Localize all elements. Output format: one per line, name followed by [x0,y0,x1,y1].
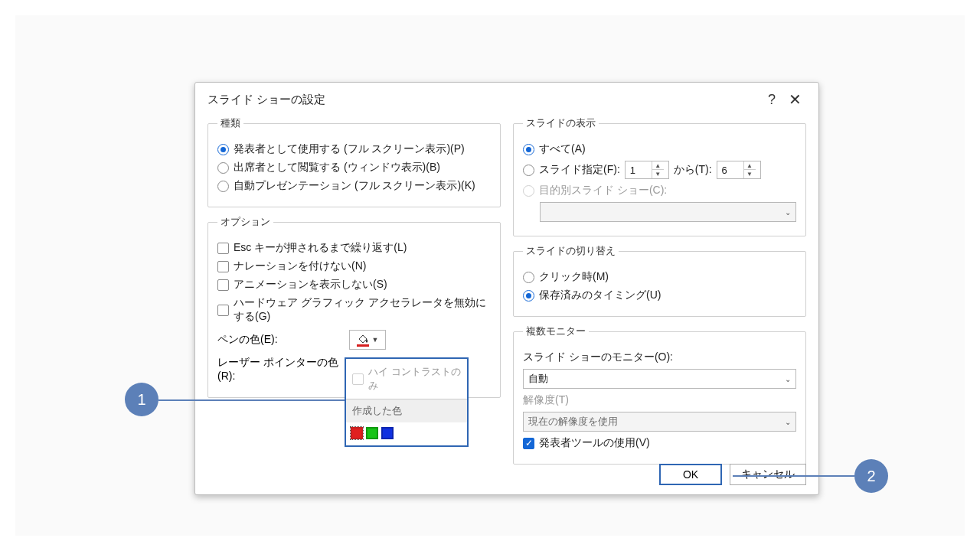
checkbox-icon [523,438,534,449]
custom-show-select: ⌄ [540,202,796,222]
checkbox-label: アニメーションを表示しない(S) [234,278,387,292]
radio-label: 発表者として使用する (フル スクリーン表示)(P) [234,142,465,156]
monitor-label: スライド ショーのモニター(O): [523,350,673,364]
callout-badge-1: 1 [125,383,158,416]
chevron-down-icon: ⌄ [785,418,791,426]
radio-slide-range[interactable]: スライド指定(F): 1 ▲▼ から(T): 6 ▲▼ [523,161,796,179]
monitor-group: 複数モニター スライド ショーのモニター(O): 自動 ⌄ 解像度(T) 現在の… [513,324,806,465]
callout-badge-2: 2 [854,459,888,493]
checkbox-animation[interactable]: アニメーションを表示しない(S) [217,278,491,292]
to-label: から(T): [674,163,712,177]
paint-bucket-icon [357,333,369,344]
laser-color-label: レーザー ポインターの色(R): [217,356,340,382]
options-legend: オプション [217,215,273,229]
checkbox-narration[interactable]: ナレーションを付けない(N) [217,259,491,273]
swatch-red[interactable] [351,427,363,439]
dialog-title: スライド ショーの設定 [207,93,325,107]
close-icon[interactable]: ✕ [783,90,806,109]
cancel-button[interactable]: キャンセル [730,464,806,485]
help-icon[interactable]: ? [760,92,783,108]
show-slides-group: スライドの表示 すべて(A) スライド指定(F): 1 ▲▼ から(T): [513,116,806,236]
swatch-blue[interactable] [381,427,394,439]
spinner-up-icon[interactable]: ▲ [743,161,756,170]
radio-custom-show: 目的別スライド ショー(C): [523,184,796,197]
checkbox-icon [217,261,229,272]
radio-icon [523,290,534,302]
laser-color-popover: ハイ コントラストのみ 作成した色 [345,357,469,447]
checkbox-icon [217,243,229,254]
resolution-label: 解像度(T) [523,393,569,407]
radio-manual[interactable]: クリック時(M) [523,270,796,284]
chevron-down-icon: ⌄ [785,208,791,217]
select-value: 現在の解像度を使用 [528,415,618,429]
recent-colors [346,422,467,445]
monitor-legend: 複数モニター [523,324,589,338]
radio-icon [217,144,229,155]
from-value: 1 [626,165,647,176]
checkbox-icon [217,305,229,316]
checkbox-hwaccel[interactable]: ハードウェア グラフィック アクセラレータを無効にする(G) [217,296,491,324]
to-spinner[interactable]: 6 ▲▼ [717,161,761,179]
radio-label: 保存済みのタイミング(U) [539,289,661,302]
checkbox-label: ハードウェア グラフィック アクセラレータを無効にする(G) [234,296,491,324]
radio-label: 出席者として閲覧する (ウィンドウ表示)(B) [234,161,440,174]
radio-label: 自動プレゼンテーション (フル スクリーン表示)(K) [234,179,475,193]
advance-group: スライドの切り替え クリック時(M) 保存済みのタイミング(U) [513,244,806,317]
radio-icon [523,272,534,283]
callout-leader-1 [158,399,345,401]
checkbox-label: 発表者ツールの使用(V) [539,436,650,450]
radio-icon [523,144,534,155]
color-underline [357,344,369,347]
chevron-down-icon: ▼ [372,336,379,344]
checkbox-icon [217,279,229,291]
radio-label: スライド指定(F): [539,163,620,177]
select-value: 自動 [528,372,548,386]
radio-label: すべて(A) [539,142,586,156]
checkbox-presenter-view[interactable]: 発表者ツールの使用(V) [523,436,796,450]
radio-all-slides[interactable]: すべて(A) [523,142,796,156]
radio-icon [217,162,229,174]
titlebar: スライド ショーの設定 ? ✕ [195,83,818,112]
chevron-down-icon: ⌄ [785,375,791,383]
checkbox-label: Esc キーが押されるまで繰り返す(L) [234,241,407,255]
high-contrast-row[interactable]: ハイ コントラストのみ [346,359,467,399]
recent-colors-header: 作成した色 [346,399,467,422]
swatch-green[interactable] [366,427,378,439]
checkbox-label: ナレーションを付けない(N) [234,259,366,273]
radio-kiosk[interactable]: 自動プレゼンテーション (フル スクリーン表示)(K) [217,179,491,193]
checkbox-loop[interactable]: Esc キーが押されるまで繰り返す(L) [217,241,491,255]
show-type-legend: 種類 [217,116,243,130]
ok-button[interactable]: OK [659,464,722,485]
radio-presenter[interactable]: 発表者として使用する (フル スクリーン表示)(P) [217,142,491,156]
pen-color-row: ペンの色(E): ▼ [217,330,491,350]
pen-color-button[interactable]: ▼ [349,330,386,350]
show-type-group: 種類 発表者として使用する (フル スクリーン表示)(P) 出席者として閲覧する… [207,116,501,207]
pen-color-label: ペンの色(E): [217,333,340,347]
spinner-up-icon[interactable]: ▲ [652,161,664,170]
radio-icon [523,165,534,176]
radio-label: クリック時(M) [539,270,609,284]
dialog-footer: OK キャンセル [659,464,806,485]
radio-timing[interactable]: 保存済みのタイミング(U) [523,289,796,302]
radio-icon [523,185,534,197]
spinner-down-icon[interactable]: ▼ [652,170,664,178]
radio-icon [217,181,229,192]
show-slides-legend: スライドの表示 [523,116,599,130]
callout-leader-2 [733,475,854,477]
checkbox-icon [352,373,364,385]
radio-label: 目的別スライド ショー(C): [539,184,667,197]
advance-legend: スライドの切り替え [523,244,619,258]
spinner-down-icon[interactable]: ▼ [743,170,756,178]
radio-browsed[interactable]: 出席者として閲覧する (ウィンドウ表示)(B) [217,161,491,174]
slideshow-settings-dialog: スライド ショーの設定 ? ✕ 種類 発表者として使用する (フル スクリーン表… [194,82,819,495]
to-value: 6 [717,165,739,176]
resolution-select: 現在の解像度を使用 ⌄ [523,412,796,432]
monitor-select[interactable]: 自動 ⌄ [523,369,796,389]
high-contrast-label: ハイ コントラストのみ [368,365,461,393]
from-spinner[interactable]: 1 ▲▼ [625,161,669,179]
